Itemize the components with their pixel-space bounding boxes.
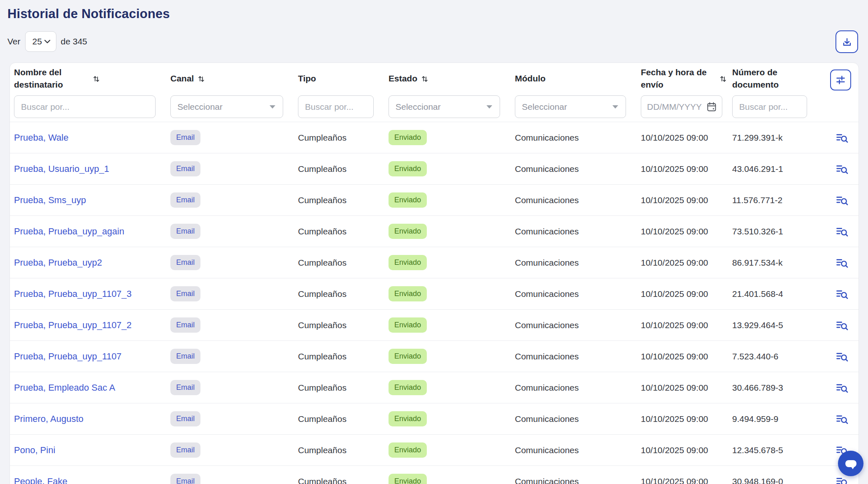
fecha-cell: 10/10/2025 09:00 (641, 133, 708, 142)
filter-fecha-date-input[interactable]: DD/MM/YYYY (641, 95, 722, 118)
table-row: Primero, Augusto Email Cumpleaños Enviad… (10, 403, 859, 435)
canal-badge: Email (170, 317, 200, 333)
canal-badge: Email (170, 161, 200, 176)
tipo-cell: Cumpleaños (298, 352, 347, 361)
table-row: Prueba, Empleado Sac A Email Cumpleaños … (10, 372, 859, 403)
fecha-cell: 10/10/2025 09:00 (641, 414, 708, 424)
recipient-link[interactable]: Prueba, Prueba_uyp2 (14, 257, 102, 268)
modulo-cell: Comunicaciones (515, 289, 579, 299)
canal-badge: Email (170, 411, 200, 426)
fecha-cell: 10/10/2025 09:00 (641, 164, 708, 174)
documento-cell: 11.576.771-2 (732, 195, 782, 205)
recipient-link[interactable]: Prueba, Wale (14, 132, 68, 143)
column-header-tipo: Tipo (294, 72, 384, 85)
view-detail-button[interactable] (836, 164, 848, 174)
pager-total-label: de 345 (61, 37, 87, 46)
recipient-link[interactable]: Prueba, Usuario_uyp_1 (14, 164, 109, 174)
status-badge: Enviado (389, 317, 427, 333)
view-detail-button[interactable] (836, 195, 848, 206)
download-button[interactable] (835, 30, 858, 53)
status-badge: Enviado (389, 474, 427, 484)
view-detail-button[interactable] (836, 226, 848, 237)
view-detail-button[interactable] (836, 320, 848, 331)
canal-badge: Email (170, 474, 200, 484)
list-search-icon (836, 132, 848, 143)
fecha-cell: 10/10/2025 09:00 (641, 352, 708, 361)
canal-badge: Email (170, 380, 200, 395)
recipient-link[interactable]: People, Fake (14, 476, 67, 484)
column-header-nombre[interactable]: Nombre del destinatario (10, 66, 166, 91)
filter-documento-input[interactable] (732, 95, 807, 118)
modulo-cell: Comunicaciones (515, 133, 579, 142)
tipo-cell: Cumpleaños (298, 289, 347, 299)
fecha-cell: 10/10/2025 09:00 (641, 289, 708, 299)
column-header-canal[interactable]: Canal (166, 72, 294, 85)
documento-cell: 7.523.440-6 (732, 352, 778, 361)
chat-bubble-icon (845, 460, 856, 467)
recipient-link[interactable]: Prueba, Prueba_uyp_1107_2 (14, 320, 132, 330)
canal-badge: Email (170, 255, 200, 270)
list-search-icon (836, 382, 848, 393)
fecha-cell: 10/10/2025 09:00 (641, 477, 708, 484)
documento-cell: 13.929.464-5 (732, 320, 783, 330)
view-detail-button[interactable] (836, 476, 848, 484)
sort-arrows-icon[interactable] (719, 75, 727, 83)
sort-arrows-icon[interactable] (198, 75, 205, 83)
view-detail-button[interactable] (836, 414, 848, 424)
recipient-link[interactable]: Prueba, Prueba_uyp_1107_3 (14, 289, 132, 299)
view-detail-button[interactable] (836, 132, 848, 143)
tipo-cell: Cumpleaños (298, 133, 347, 142)
documento-cell: 21.401.568-4 (732, 289, 783, 299)
canal-badge: Email (170, 224, 200, 239)
table-header-row: Nombre del destinatario Canal Tipo Estad… (10, 63, 859, 92)
modulo-cell: Comunicaciones (515, 352, 579, 361)
modulo-cell: Comunicaciones (515, 414, 579, 424)
calendar-icon[interactable] (706, 102, 717, 112)
column-settings-button[interactable] (830, 69, 851, 90)
status-badge: Enviado (389, 380, 427, 395)
table-row: Pono, Pini Email Cumpleaños Enviado Comu… (10, 435, 859, 466)
filter-tipo-input[interactable] (298, 95, 374, 118)
table-row: Prueba, Prueba_uyp_again Email Cumpleaño… (10, 216, 859, 247)
recipient-link[interactable]: Prueba, Prueba_uyp_again (14, 226, 124, 236)
filter-estado-select[interactable]: Seleccionar (389, 95, 500, 118)
table-row: People, Fake Email Cumpleaños Enviado Co… (10, 466, 859, 484)
page-size-select[interactable]: 25 (25, 31, 56, 52)
filter-nombre-input[interactable] (14, 95, 156, 118)
modulo-cell: Comunicaciones (515, 164, 579, 174)
recipient-link[interactable]: Primero, Augusto (14, 414, 84, 424)
sort-arrows-icon[interactable] (421, 75, 428, 83)
view-detail-button[interactable] (836, 289, 848, 299)
view-detail-button[interactable] (836, 257, 848, 268)
recipient-link[interactable]: Prueba, Prueba_uyp_1107 (14, 351, 121, 361)
canal-badge: Email (170, 192, 200, 208)
page-size-value: 25 (33, 37, 42, 46)
fecha-cell: 10/10/2025 09:00 (641, 195, 708, 205)
column-header-fecha[interactable]: Fecha y hora de envío (637, 66, 728, 91)
recipient-link[interactable]: Prueba, Empleado Sac A (14, 382, 115, 393)
sort-arrows-icon[interactable] (93, 75, 100, 83)
filter-canal-select[interactable]: Seleccionar (170, 95, 283, 118)
column-header-estado[interactable]: Estado (384, 72, 511, 85)
recipient-link[interactable]: Pono, Pini (14, 445, 55, 455)
list-search-icon (836, 164, 848, 174)
recipient-link[interactable]: Prueba, Sms_uyp (14, 195, 86, 205)
filter-modulo-select[interactable]: Seleccionar (515, 95, 626, 118)
tipo-cell: Cumpleaños (298, 195, 347, 205)
documento-cell: 86.917.534-k (732, 258, 783, 267)
view-detail-button[interactable] (836, 382, 848, 393)
tipo-cell: Cumpleaños (298, 227, 347, 236)
table-filter-row: Seleccionar Seleccionar Seleccionar DD/M… (10, 92, 859, 122)
tipo-cell: Cumpleaños (298, 477, 347, 484)
page-title: Historial de Notificaciones (7, 7, 170, 21)
status-badge: Enviado (389, 442, 427, 458)
view-detail-button[interactable] (836, 351, 848, 362)
caret-down-icon (612, 105, 618, 109)
tipo-cell: Cumpleaños (298, 320, 347, 330)
chat-launcher-button[interactable] (838, 451, 863, 476)
fecha-cell: 10/10/2025 09:00 (641, 445, 708, 455)
fecha-cell: 10/10/2025 09:00 (641, 383, 708, 392)
tipo-cell: Cumpleaños (298, 258, 347, 267)
pager-prefix-label: Ver (7, 37, 21, 46)
caret-down-icon (270, 105, 275, 109)
